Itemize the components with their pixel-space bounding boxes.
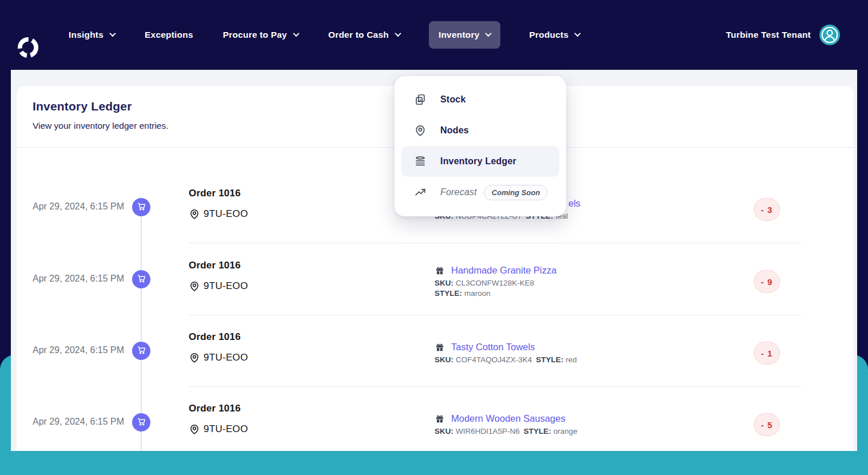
menu-item-label: Inventory Ledger <box>440 156 516 167</box>
nav-item-label: Exceptions <box>145 30 193 40</box>
nav-items: InsightsExceptionsProcure to PayOrder to… <box>67 0 581 70</box>
sku-label: SKU: <box>435 355 453 364</box>
node-id: 9TU-EOO <box>189 208 248 220</box>
entry-timestamp: Apr 29, 2024, 6:15 PM <box>33 345 124 355</box>
page-subtitle: View your inventory ledger entries. <box>33 121 169 131</box>
menu-item-nodes[interactable]: Nodes <box>395 115 566 146</box>
page-title: Inventory Ledger <box>33 100 132 113</box>
nav-item-label: Inventory <box>439 30 480 40</box>
tenant-name: Turbine Test Tenant <box>726 30 811 40</box>
sku-value: orange <box>554 427 578 436</box>
quantity-badge: - 9 <box>754 270 780 293</box>
product-info: Tasty Cotton TowelsSKU:COF4TAQOJ4ZX-3K4S… <box>435 318 581 389</box>
node-code: 9TU-EOO <box>204 352 248 363</box>
quantity-badge: - 3 <box>754 198 780 221</box>
map-pin-icon <box>189 280 200 292</box>
shopping-cart-icon <box>136 201 147 214</box>
entry-timestamp: Apr 29, 2024, 6:15 PM <box>33 417 124 427</box>
menu-item-forecast: ForecastComing Soon <box>395 177 566 208</box>
menu-item-inventory-ledger[interactable]: Inventory Ledger <box>401 146 559 177</box>
chevron-down-icon <box>575 30 581 36</box>
top-navbar: InsightsExceptionsProcure to PayOrder to… <box>0 0 868 70</box>
nav-item-label: Insights <box>69 30 103 40</box>
nav-item-exceptions[interactable]: Exceptions <box>144 21 194 49</box>
menu-item-label: Nodes <box>440 125 469 136</box>
sku-value: WIR6HDI1A5P-N6 <box>456 427 520 436</box>
gift-icon <box>435 342 445 353</box>
entry-timestamp: Apr 29, 2024, 6:15 PM <box>33 274 124 284</box>
order-number: Order 1016 <box>189 331 241 343</box>
style-line: STYLE:maroon <box>435 288 556 299</box>
inventory-dropdown-menu: StockNodesInventory LedgerForecastComing… <box>395 76 566 216</box>
product-info: Handmade Granite PizzaSKU:CL3CONFW128K-K… <box>435 246 556 318</box>
app-window: InsightsExceptionsProcure to PayOrder to… <box>0 0 868 475</box>
sku-value: maroon <box>464 289 491 298</box>
product-info: Modern Wooden SausagesSKU:WIR6HDI1A5P-N6… <box>435 389 582 451</box>
sku-label: SKU: <box>435 279 453 287</box>
product-link[interactable]: Tasty Cotton Towels <box>451 342 535 353</box>
cart-marker <box>132 198 150 216</box>
node-code: 9TU-EOO <box>204 423 248 435</box>
nav-item-insights[interactable]: Insights <box>67 21 116 49</box>
node-id: 9TU-EOO <box>189 352 248 363</box>
sku-line: SKU:WIR6HDI1A5P-N6STYLE:orange <box>435 426 582 437</box>
coming-soon-badge: Coming Soon <box>484 185 548 200</box>
map-pin-icon <box>189 352 200 363</box>
turbine-logo-icon <box>15 35 41 60</box>
entry-divider <box>189 315 802 315</box>
nav-item-label: Order to Cash <box>328 30 389 40</box>
cart-marker <box>132 342 150 360</box>
ledger-entry: Apr 29, 2024, 6:15 PMOrder 10169TU-EOOHa… <box>17 246 854 318</box>
order-number: Order 1016 <box>189 188 241 199</box>
product-link[interactable]: Modern Wooden Sausages <box>451 413 566 424</box>
tenant-account[interactable]: Turbine Test Tenant <box>726 0 841 70</box>
sku-value: COF4TAQOJ4ZX-3K4 <box>456 355 532 364</box>
quantity-badge: - 1 <box>754 342 780 365</box>
ledger-entry: Apr 29, 2024, 6:15 PMOrder 10169TU-EOOMo… <box>17 389 854 451</box>
gift-icon <box>435 414 445 424</box>
user-avatar-icon[interactable] <box>819 24 841 46</box>
menu-item-label: Stock <box>440 94 466 105</box>
ledger-entry: Apr 29, 2024, 6:15 PMOrder 10169TU-EOOTa… <box>17 318 854 389</box>
sku-label: SKU: <box>435 427 453 436</box>
product-name-row: Tasty Cotton Towels <box>435 342 581 353</box>
gift-icon <box>435 266 445 276</box>
chevron-down-icon <box>485 30 492 36</box>
map-pin-icon <box>414 124 427 137</box>
turbine-logo[interactable] <box>15 35 41 60</box>
sku-value: red <box>566 355 577 364</box>
nav-item-label: Procure to Pay <box>223 30 287 40</box>
sku-label: STYLE: <box>435 289 462 298</box>
sku-value: CL3CONFW128K-KE8 <box>456 279 534 287</box>
entry-timestamp: Apr 29, 2024, 6:15 PM <box>33 201 124 212</box>
sku-line: SKU:COF4TAQOJ4ZX-3K4STYLE:red <box>435 355 581 365</box>
order-number: Order 1016 <box>189 403 241 414</box>
stacked-lines-icon <box>414 155 427 168</box>
quantity-badge: - 5 <box>754 413 780 436</box>
nav-item-order-to-cash[interactable]: Order to Cash <box>327 21 401 49</box>
nav-item-procure-to-pay[interactable]: Procure to Pay <box>222 21 300 49</box>
cart-marker <box>132 270 150 288</box>
shopping-cart-icon <box>136 416 147 429</box>
map-pin-icon <box>189 423 200 435</box>
order-number: Order 1016 <box>189 260 241 271</box>
node-id: 9TU-EOO <box>189 423 248 435</box>
chevron-down-icon <box>395 30 401 36</box>
chevron-down-icon <box>293 30 299 36</box>
map-pin-icon <box>189 208 200 220</box>
menu-item-label: Forecast <box>440 187 477 197</box>
entry-divider <box>189 243 802 243</box>
node-code: 9TU-EOO <box>204 208 248 220</box>
node-id: 9TU-EOO <box>189 280 248 292</box>
product-name-row: Handmade Granite Pizza <box>435 265 556 276</box>
nav-item-label: Products <box>529 30 568 40</box>
chevron-down-icon <box>109 30 116 36</box>
menu-item-stock[interactable]: Stock <box>395 84 566 115</box>
product-link[interactable]: Handmade Granite Pizza <box>451 265 556 276</box>
nav-item-products[interactable]: Products <box>528 21 581 49</box>
nav-item-inventory[interactable]: Inventory <box>429 21 501 49</box>
sku-line: SKU:CL3CONFW128K-KE8 <box>435 278 556 288</box>
clipboard-check-icon <box>414 93 427 106</box>
node-code: 9TU-EOO <box>204 280 248 292</box>
sku-label: STYLE: <box>524 427 551 436</box>
